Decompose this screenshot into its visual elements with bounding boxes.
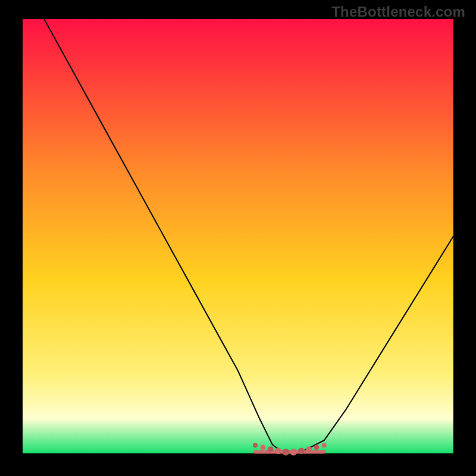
valley-marker-dot [275, 448, 281, 455]
bottleneck-chart [0, 0, 476, 476]
valley-marker-dot [322, 443, 327, 447]
valley-marker-dot [314, 445, 320, 450]
chart-stage: TheBottleneck.com [0, 0, 476, 476]
valley-marker-dot [290, 449, 298, 456]
valley-marker-dot [253, 443, 258, 447]
watermark-text: TheBottleneck.com [331, 4, 465, 20]
valley-marker-dot [283, 449, 290, 456]
gradient-plate [23, 19, 453, 453]
valley-marker-dot [298, 448, 305, 455]
valley-marker-bar [253, 450, 326, 453]
valley-marker-dot [268, 446, 274, 452]
valley-marker-dot [306, 446, 312, 452]
valley-marker-dot [260, 445, 265, 450]
